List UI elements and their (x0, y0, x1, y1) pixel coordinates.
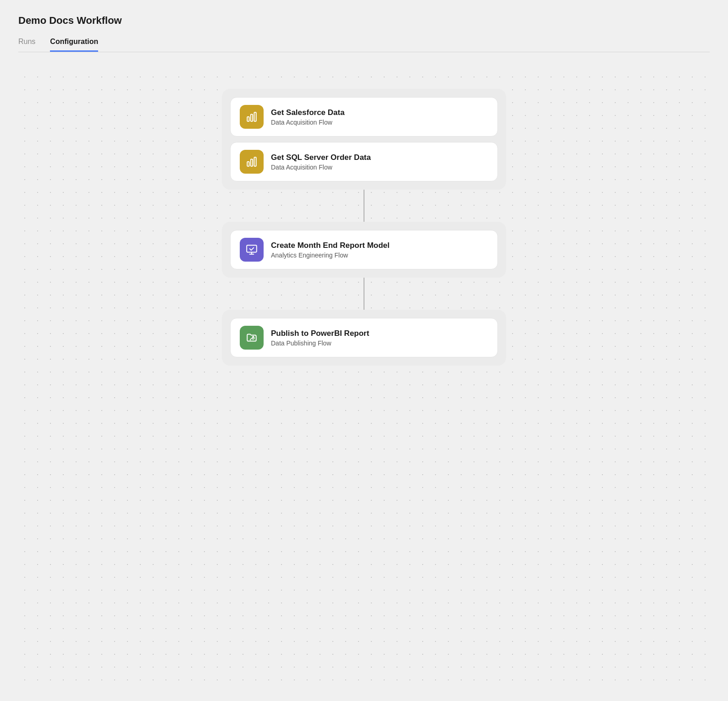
node-get-sql-order-data[interactable]: Get SQL Server Order Data Data Acquisiti… (230, 142, 498, 181)
flow-container: Get Salesforce Data Data Acquisition Flo… (222, 89, 506, 366)
sql-node-flow: Data Acquisition Flow (271, 164, 371, 171)
powerbi-node-name: Publish to PowerBI Report (271, 329, 369, 338)
svg-rect-2 (254, 112, 256, 121)
sql-icon-bg (240, 150, 264, 174)
monitor-icon (246, 244, 258, 256)
folder-share-icon (246, 332, 258, 344)
tab-divider (18, 52, 710, 52)
svg-rect-4 (251, 159, 253, 166)
svg-rect-6 (247, 245, 257, 252)
group-box-2: Create Month End Report Model Analytics … (222, 222, 506, 278)
month-end-icon-bg (240, 238, 264, 262)
tab-runs[interactable]: Runs (18, 38, 35, 52)
group-box-1: Get Salesforce Data Data Acquisition Flo… (222, 89, 506, 190)
node-publish-powerbi[interactable]: Publish to PowerBI Report Data Publishin… (230, 318, 498, 357)
svg-rect-1 (251, 115, 253, 121)
workflow-canvas: Get Salesforce Data Data Acquisition Flo… (18, 71, 710, 689)
svg-rect-3 (247, 162, 249, 166)
sql-node-name: Get SQL Server Order Data (271, 153, 371, 162)
salesforce-node-flow: Data Acquisition Flow (271, 119, 345, 126)
tab-configuration[interactable]: Configuration (50, 38, 98, 52)
bar-chart-icon (246, 111, 258, 123)
connector-2 (364, 278, 364, 310)
group-box-3: Publish to PowerBI Report Data Publishin… (222, 310, 506, 366)
bar-chart-icon-2 (246, 156, 258, 168)
node-create-month-end-report[interactable]: Create Month End Report Model Analytics … (230, 230, 498, 269)
month-end-node-name: Create Month End Report Model (271, 241, 390, 250)
month-end-node-flow: Analytics Engineering Flow (271, 252, 390, 259)
powerbi-node-flow: Data Publishing Flow (271, 340, 369, 347)
salesforce-node-info: Get Salesforce Data Data Acquisition Flo… (271, 108, 345, 126)
month-end-node-info: Create Month End Report Model Analytics … (271, 241, 390, 259)
svg-rect-0 (247, 117, 249, 121)
sql-node-info: Get SQL Server Order Data Data Acquisiti… (271, 153, 371, 171)
salesforce-node-name: Get Salesforce Data (271, 108, 345, 117)
connector-1 (364, 190, 364, 222)
powerbi-node-info: Publish to PowerBI Report Data Publishin… (271, 329, 369, 347)
page-title: Demo Docs Workflow (18, 15, 710, 27)
svg-rect-5 (254, 157, 256, 166)
tabs: Runs Configuration (18, 38, 710, 52)
salesforce-icon-bg (240, 105, 264, 129)
node-get-salesforce-data[interactable]: Get Salesforce Data Data Acquisition Flo… (230, 97, 498, 137)
powerbi-icon-bg (240, 326, 264, 350)
